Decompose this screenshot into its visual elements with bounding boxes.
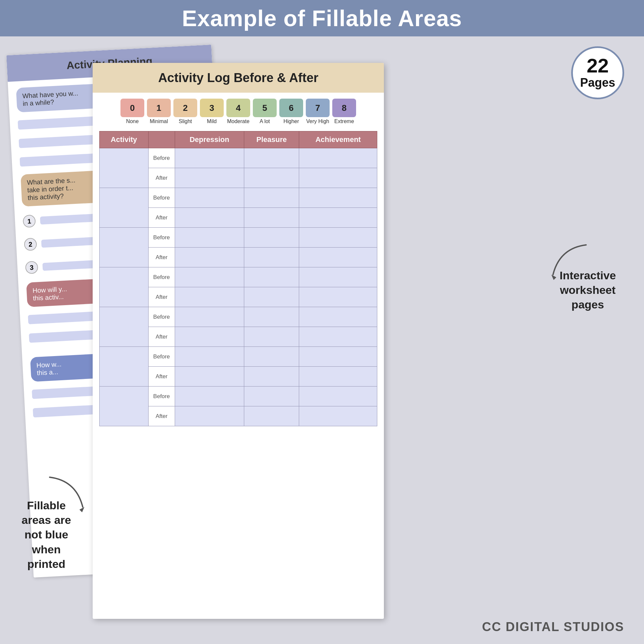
brand-text: CC DIGITAL STUDIOS <box>482 620 624 634</box>
fg-page-header: Activity Log Before & After <box>93 63 384 93</box>
after-cell-1: After <box>148 208 175 228</box>
activity-cell-0[interactable] <box>100 148 149 188</box>
depression-before-0[interactable] <box>175 148 244 168</box>
pleasure-after-4[interactable] <box>244 327 299 347</box>
brand-footer: CC DIGITAL STUDIOS <box>482 620 624 634</box>
after-cell-6: After <box>148 406 175 426</box>
activity-cell-6[interactable] <box>100 387 149 426</box>
pleasure-before-5[interactable] <box>244 347 299 367</box>
pleasure-before-6[interactable] <box>244 387 299 406</box>
activity-cell-2[interactable] <box>100 228 149 267</box>
activity-cell-3[interactable] <box>100 267 149 307</box>
achievement-before-2[interactable] <box>299 228 377 248</box>
achievement-after-2[interactable] <box>299 248 377 267</box>
scale-item-8: 8 Extreme <box>332 99 356 124</box>
th-activity: Activity <box>100 131 149 148</box>
achievement-after-4[interactable] <box>299 327 377 347</box>
pages-badge: 22 Pages <box>571 46 624 99</box>
annotation-right: Interactiveworksheetpages <box>551 268 624 312</box>
achievement-before-1[interactable] <box>299 188 377 208</box>
before-cell-6: Before <box>148 387 175 406</box>
scale-label-0: None <box>126 118 139 124</box>
main-title: Example of Fillable Areas <box>182 5 462 31</box>
scale-label-4: Moderate <box>227 118 250 124</box>
achievement-before-4[interactable] <box>299 307 377 327</box>
depression-before-4[interactable] <box>175 307 244 327</box>
before-cell-2: Before <box>148 228 175 248</box>
activity-cell-5[interactable] <box>100 347 149 387</box>
after-cell-4: After <box>148 327 175 347</box>
bg-circle-3: 3 <box>25 261 38 274</box>
fg-page-title: Activity Log Before & After <box>158 71 318 85</box>
table-row: Before <box>100 347 377 367</box>
before-cell-5: Before <box>148 347 175 367</box>
scale-item-4: 4 Moderate <box>226 99 250 124</box>
bg-circle-1: 1 <box>23 214 36 228</box>
scale-item-2: 2 Slight <box>173 99 197 124</box>
scale-label-2: Slight <box>179 118 192 124</box>
depression-after-0[interactable] <box>175 168 244 188</box>
pleasure-after-3[interactable] <box>244 287 299 307</box>
after-cell-5: After <box>148 367 175 387</box>
depression-after-5[interactable] <box>175 367 244 387</box>
scale-label-7: Very High <box>306 118 329 124</box>
achievement-before-0[interactable] <box>299 148 377 168</box>
before-cell-1: Before <box>148 188 175 208</box>
depression-after-3[interactable] <box>175 287 244 307</box>
log-table: Activity Depression Pleasure Achievement… <box>99 131 377 426</box>
depression-before-5[interactable] <box>175 347 244 367</box>
pleasure-after-6[interactable] <box>244 406 299 426</box>
table-row: Before <box>100 387 377 406</box>
scale-box-3: 3 <box>200 99 224 117</box>
scale-box-7: 7 <box>306 99 330 117</box>
scale-item-0: 0 None <box>120 99 144 124</box>
achievement-after-5[interactable] <box>299 367 377 387</box>
achievement-after-3[interactable] <box>299 287 377 307</box>
annotation-right-text: Interactiveworksheetpages <box>560 269 616 311</box>
top-banner: Example of Fillable Areas <box>0 0 644 36</box>
depression-before-3[interactable] <box>175 267 244 287</box>
depression-after-4[interactable] <box>175 327 244 347</box>
achievement-before-3[interactable] <box>299 267 377 287</box>
achievement-before-6[interactable] <box>299 387 377 406</box>
depression-after-2[interactable] <box>175 248 244 267</box>
content-area: Activity Planning What have you w...in a… <box>0 36 644 644</box>
activity-cell-4[interactable] <box>100 307 149 347</box>
scale-box-1: 1 <box>147 99 171 117</box>
achievement-before-5[interactable] <box>299 347 377 367</box>
foreground-page: Activity Log Before & After 0 None 1 Min… <box>93 63 384 619</box>
activity-cell-1[interactable] <box>100 188 149 228</box>
pleasure-before-3[interactable] <box>244 267 299 287</box>
depression-after-1[interactable] <box>175 208 244 228</box>
pleasure-after-1[interactable] <box>244 208 299 228</box>
pleasure-after-5[interactable] <box>244 367 299 387</box>
annotation-left-text: Fillableareas arenot bluewhenprinted <box>22 499 71 570</box>
pages-label: Pages <box>580 76 615 90</box>
pages-number: 22 <box>587 56 609 76</box>
table-body: Before After Before After Before <box>100 148 377 426</box>
table-header-row: Activity Depression Pleasure Achievement <box>100 131 377 148</box>
depression-before-2[interactable] <box>175 228 244 248</box>
depression-before-1[interactable] <box>175 188 244 208</box>
achievement-after-1[interactable] <box>299 208 377 228</box>
achievement-after-0[interactable] <box>299 168 377 188</box>
th-pleasure: Pleasure <box>244 131 299 148</box>
table-row: Before <box>100 188 377 208</box>
pleasure-after-2[interactable] <box>244 248 299 267</box>
achievement-after-6[interactable] <box>299 406 377 426</box>
pleasure-after-0[interactable] <box>244 168 299 188</box>
scale-box-8: 8 <box>332 99 356 117</box>
table-row: Before <box>100 148 377 168</box>
pleasure-before-4[interactable] <box>244 307 299 327</box>
pleasure-before-0[interactable] <box>244 148 299 168</box>
pleasure-before-2[interactable] <box>244 228 299 248</box>
scale-box-4: 4 <box>226 99 250 117</box>
depression-before-6[interactable] <box>175 387 244 406</box>
scale-row: 0 None 1 Minimal 2 Slight 3 Mild 4 Moder… <box>93 93 384 126</box>
scale-label-5: A lot <box>259 118 270 124</box>
pleasure-before-1[interactable] <box>244 188 299 208</box>
after-cell-2: After <box>148 248 175 267</box>
table-row: Before <box>100 307 377 327</box>
depression-after-6[interactable] <box>175 406 244 426</box>
scale-box-2: 2 <box>173 99 197 117</box>
